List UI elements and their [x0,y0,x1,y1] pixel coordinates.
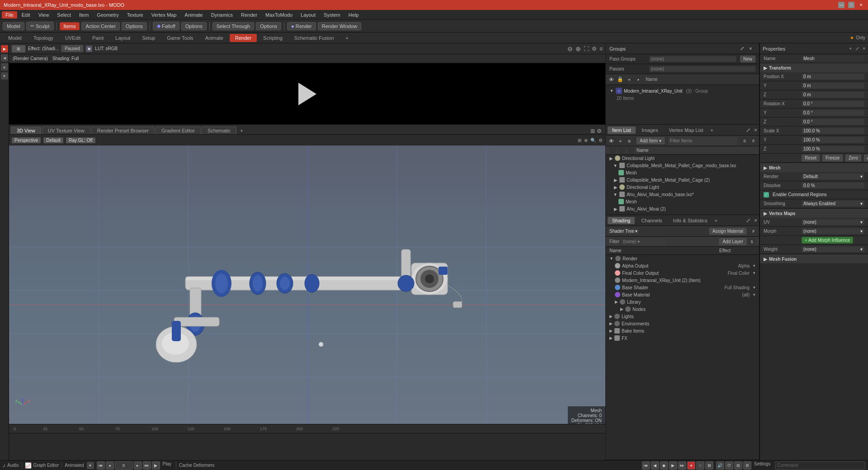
tb-items[interactable]: Items [60,22,80,30]
prop-name-value[interactable]: Mesh [802,56,864,61]
add-item-button[interactable]: Add Item ▾ [637,137,665,144]
rot-x-value[interactable]: 0.0 ° [802,101,864,107]
groups-eye-icon[interactable]: 👁 [608,76,615,83]
shading-item-baseshader[interactable]: Base Shader Full Shading ▾ [606,284,759,291]
play-button[interactable] [298,83,316,105]
vp-icon-3[interactable]: 🔍 [590,138,596,143]
ec-icon-2[interactable]: ⏱ [725,461,733,470]
groups-expand-icon[interactable]: ⤢ [740,46,746,52]
shading-close-icon[interactable]: × [754,217,757,224]
vtab-gradienteditor[interactable]: Gradient Editor [156,127,201,134]
vtab-3dview[interactable]: 3D View [11,127,41,134]
il-item-1[interactable]: ▼ Collapsible_Mesh_Metal_Pallet_Cage_mod… [606,162,759,169]
zero-button[interactable]: Zero [845,155,861,161]
render-zoom-in-icon[interactable]: ⊕ [576,45,581,52]
pos-y-value[interactable]: 0 m [802,83,864,89]
wf-tab-uvedit[interactable]: UVEdit [60,34,86,42]
il-item-5[interactable]: ▼ Ahu_Akivi_Moai_modo_base.lxo* [606,191,759,198]
tb-action-center[interactable]: Action Center [81,22,120,30]
graph-editor-section[interactable]: 📈 Graph Editor [25,462,59,469]
pb-icon-6[interactable]: ○ [696,461,704,470]
wf-tab-add[interactable]: + [340,34,354,42]
vtab-renderpreset[interactable]: Render Preset Browser [91,127,155,134]
group-item-main[interactable]: ▼ G Modern_Intraoral_XRay_Unit (3) : Gro… [606,87,759,95]
filter-value[interactable]: (none) ▾ [621,239,666,244]
wf-tab-setup[interactable]: Setup [137,34,160,42]
il-tab-images[interactable]: Images [637,127,663,134]
tb-render-window[interactable]: Render Window [318,22,361,30]
alpha-dropdown-icon[interactable]: ▾ [753,263,755,268]
filter-items-input[interactable]: Filter Items [668,137,737,145]
pb-icon-3[interactable]: ◆ [660,461,668,470]
vp-settings-icon[interactable]: ⚙ [599,138,603,143]
wf-tab-layout[interactable]: Layout [110,34,136,42]
add-layer-button[interactable]: Add Layer [719,238,746,245]
il-item-7[interactable]: ▶ Ahu_Akivi_Moai (2) [606,205,759,212]
render-more-icon[interactable]: ≡ [599,46,603,52]
groups-add-icon[interactable]: + [626,76,633,83]
dissolve-value[interactable]: 0.0 % [802,183,864,188]
frame-input[interactable]: 0 [115,461,133,470]
props-expand-icon[interactable]: ⤢ [855,46,859,51]
transport-play[interactable]: ▶ [152,461,160,470]
il-more-icon[interactable]: ≡ [626,137,633,145]
vertex-maps-header[interactable]: ▶ Vertex Maps [760,209,868,218]
viewport-icons-icon[interactable]: ⊞ [590,128,595,134]
scale-z-value[interactable]: 100.0 % [802,146,864,152]
basematerial-dropdown-icon[interactable]: ▾ [753,292,755,297]
cmd-regions-checkbox[interactable]: ✓ [764,192,769,197]
menu-vertex-map[interactable]: Vertex Map [148,11,180,19]
animated-dropdown[interactable]: ▾ [87,462,94,469]
menu-dynamics[interactable]: Dynamics [208,11,236,19]
viewport-mode[interactable]: Perspective [12,137,41,143]
menu-maxtomodo[interactable]: MaxToModo [262,11,296,19]
pos-x-value[interactable]: 0 m [802,74,864,80]
vtab-add[interactable]: + [237,127,245,134]
shading-add-tab[interactable]: + [715,218,717,223]
transport-next[interactable]: ▸ [134,461,142,470]
render-fit-icon[interactable]: ⛶ [584,46,589,52]
shading-tab-info[interactable]: Info & Statistics [669,217,712,224]
maximize-button[interactable]: □ [848,2,854,8]
ec-icon-4[interactable]: ⚙ [743,461,751,470]
shading-item-environments[interactable]: ▶ Environments [606,320,759,327]
groups-more2-icon[interactable]: • [635,76,642,83]
shading-item-nodes[interactable]: ▶ Nodes [606,306,759,313]
tb-options-2[interactable]: Options [181,22,207,30]
menu-system[interactable]: System [320,11,344,19]
new-pass-group-button[interactable]: New [740,56,755,62]
il-eye-icon[interactable]: 👁 [608,137,615,145]
menu-item[interactable]: Item [75,11,92,19]
pos-z-value[interactable]: 0 m [802,92,864,98]
vp-icon-1[interactable]: ⊞ [578,138,581,143]
il-close-icon[interactable]: × [754,127,757,133]
close-button[interactable]: ✕ [858,2,864,8]
vtab-uvtexture[interactable]: UV Texture View [42,127,90,134]
tb-render[interactable]: ● Render [287,22,316,30]
timeline-track[interactable] [9,433,605,451]
menu-help[interactable]: Help [345,11,363,19]
sidebar-icon-2[interactable]: ◀ [1,54,8,61]
shading-item-render[interactable]: ▼ Render [606,255,759,262]
il-item-4[interactable]: ▶ Directional Light [606,183,759,191]
render-status[interactable]: Paused [61,45,83,52]
pb-icon-7[interactable]: ⊠ [705,461,713,470]
il-tab-items[interactable]: Item List [608,127,636,134]
props-close-icon[interactable]: × [863,46,865,51]
viewport-raygl[interactable]: Ray GL: Off [66,137,95,143]
vtab-schematic[interactable]: Schematic [202,127,236,134]
pb-record[interactable]: ● [687,461,695,470]
pass-groups-value[interactable]: (none) [649,56,736,62]
pb-icon-1[interactable]: ⏮ [642,461,650,470]
baseshader-dropdown-icon[interactable]: ▾ [753,285,755,290]
smoothing-dropdown[interactable]: Always Enabled ▾ [802,201,864,207]
il-tab-vertexmap[interactable]: Vertex Map List [665,127,708,134]
tb-options-3[interactable]: Options [256,22,281,30]
wf-tab-scripting[interactable]: Scripting [258,34,288,42]
add-transform-button[interactable]: Add [864,155,868,161]
shading-tab-shading[interactable]: Shading [608,217,635,224]
menu-file[interactable]: File [2,11,17,19]
menu-edit[interactable]: Edit [18,11,34,19]
wf-tab-render[interactable]: Render [230,34,257,42]
shading-item-xrayunit[interactable]: Modern_Intraoral_XRay_Unit (2) (Item) [606,277,759,284]
